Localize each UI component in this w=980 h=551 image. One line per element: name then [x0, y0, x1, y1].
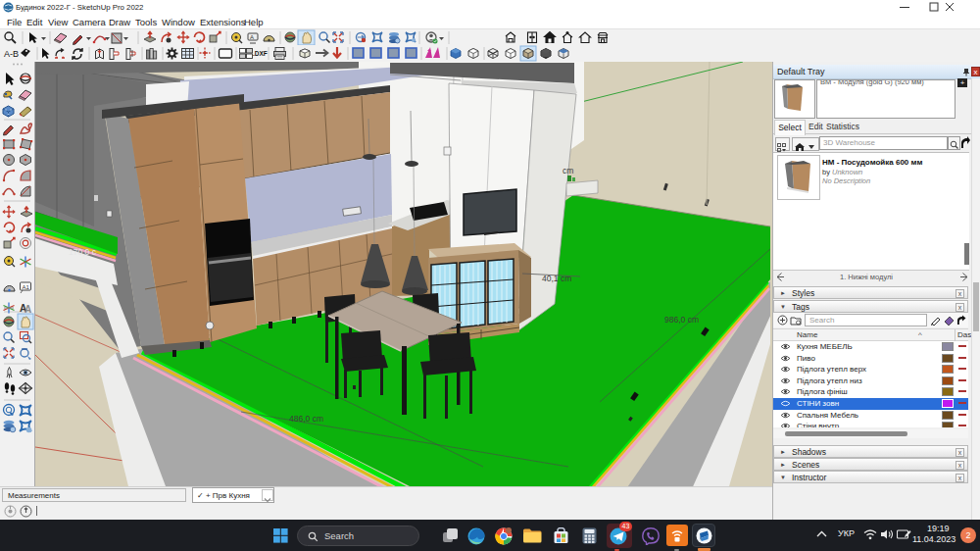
svg-text:486,0 cm: 486,0 cm	[289, 414, 323, 424]
svg-text:A: A	[24, 304, 31, 315]
svg-text:A: A	[250, 34, 254, 40]
svg-text:.DXF: .DXF	[253, 50, 268, 57]
svg-text:986,0 cm: 986,0 cm	[664, 315, 699, 325]
svg-text:cm: cm	[563, 166, 573, 175]
svg-text:A-B: A-B	[4, 49, 19, 59]
svg-text:170,0 c: 170,0 c	[69, 247, 97, 257]
svg-text:A1: A1	[23, 284, 30, 290]
